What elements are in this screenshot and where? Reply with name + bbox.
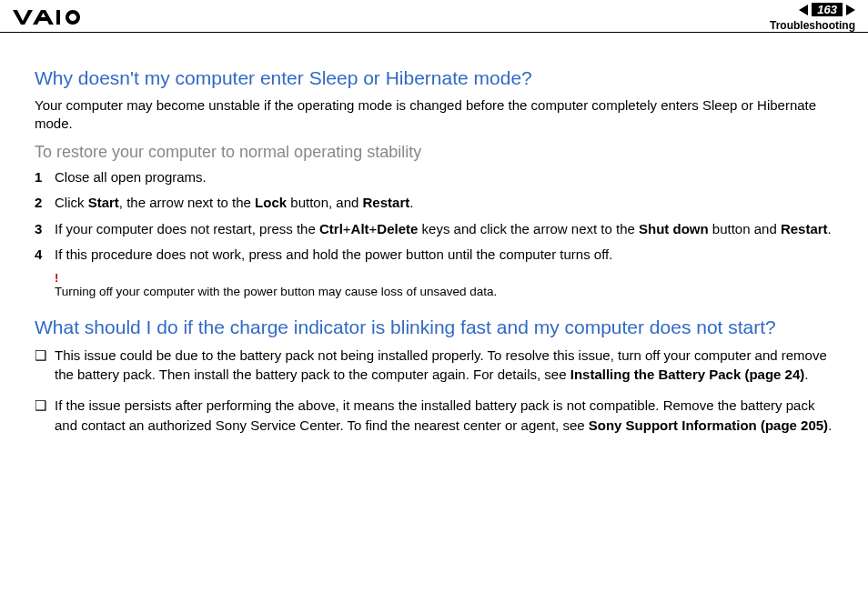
step-number: 4 — [35, 245, 55, 266]
prev-page-arrow[interactable] — [799, 5, 808, 15]
subheading-restore: To restore your computer to normal opera… — [35, 143, 833, 162]
step-row: 3 If your computer does not restart, pre… — [35, 219, 833, 240]
steps-list: 1 Close all open programs. 2 Click Start… — [35, 167, 833, 266]
page-header: 163 Troubleshooting — [0, 0, 868, 33]
bullet-body: If the issue persists after performing t… — [55, 396, 833, 436]
step-body: Close all open programs. — [55, 167, 833, 188]
page-number: 163 — [812, 3, 843, 16]
question-1-lead: Your computer may become unstable if the… — [35, 96, 833, 134]
step-number: 1 — [35, 167, 55, 188]
step-row: 1 Close all open programs. — [35, 167, 833, 188]
warning-icon: ! — [55, 271, 833, 285]
question-1-heading: Why doesn't my computer enter Sleep or H… — [35, 67, 833, 89]
step-body: If this procedure does not work, press a… — [55, 245, 833, 266]
svg-rect-0 — [56, 10, 60, 25]
step-row: 2 Click Start, the arrow next to the Loc… — [35, 193, 833, 214]
bullet-icon: ❑ — [35, 396, 55, 436]
bullet-item: ❑ If the issue persists after performing… — [35, 396, 833, 436]
bullet-icon: ❑ — [35, 346, 55, 386]
warning-note: ! Turning off your computer with the pow… — [55, 271, 833, 298]
link-support-info[interactable]: Sony Support Information (page 205) — [589, 417, 828, 433]
step-number: 2 — [35, 193, 55, 214]
vaio-logo — [13, 8, 95, 26]
question-2-heading: What should I do if the charge indicator… — [35, 317, 833, 338]
nav-block: 163 Troubleshooting — [770, 3, 855, 31]
step-body: If your computer does not restart, press… — [55, 219, 833, 240]
step-body: Click Start, the arrow next to the Lock … — [55, 193, 833, 214]
section-label: Troubleshooting — [770, 20, 855, 31]
next-page-arrow[interactable] — [846, 5, 855, 15]
warning-text: Turning off your computer with the power… — [55, 285, 833, 298]
link-battery-pack[interactable]: Installing the Battery Pack (page 24) — [570, 367, 805, 382]
step-number: 3 — [35, 219, 55, 240]
bullet-list: ❑ This issue could be due to the battery… — [35, 346, 833, 436]
step-row: 4 If this procedure does not work, press… — [35, 245, 833, 266]
bullet-item: ❑ This issue could be due to the battery… — [35, 346, 833, 386]
page-content: Why doesn't my computer enter Sleep or H… — [0, 33, 868, 436]
bullet-body: This issue could be due to the battery p… — [55, 346, 833, 386]
